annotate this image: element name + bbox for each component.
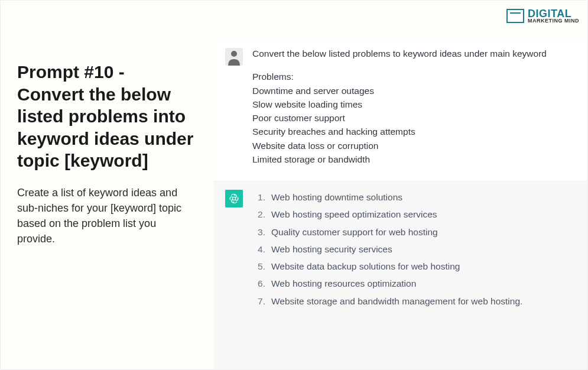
page: DIGITAL MARKETING MIND Prompt #10 - Conv…: [0, 0, 588, 370]
list-item: Poor customer support: [252, 111, 573, 125]
chat-message-user: Convert the below listed problems to key…: [213, 38, 587, 180]
list-item: Web hosting security services: [255, 241, 573, 258]
user-avatar-icon: [225, 48, 243, 66]
list-item: Slow website loading times: [252, 98, 573, 111]
list-item: Web hosting speed optimization services: [255, 206, 573, 223]
keyword-text: Website data backup solutions for web ho…: [271, 259, 460, 273]
keyword-text: Web hosting security services: [271, 242, 392, 256]
svg-point-1: [231, 51, 237, 57]
list-item: Quality customer support for web hosting: [255, 223, 573, 241]
list-item: Web hosting resources optimization: [255, 275, 573, 292]
list-item: Website data loss or corruption: [252, 139, 573, 152]
keyword-list: Web hosting downtime solutions Web hosti…: [252, 189, 573, 310]
user-message-body: Convert the below listed problems to key…: [252, 47, 573, 166]
list-item: Downtime and server outages: [252, 84, 573, 98]
problems-label: Problems:: [252, 70, 573, 83]
brand-logo-text: DIGITAL MARKETING MIND: [528, 9, 579, 23]
brand-logo-line2: MARKETING MIND: [528, 18, 579, 23]
chat-panel: Convert the below listed problems to key…: [213, 38, 587, 369]
keyword-text: Web hosting speed optimization services: [271, 207, 437, 221]
chat-message-bot: Web hosting downtime solutions Web hosti…: [213, 180, 587, 369]
list-item: Web hosting downtime solutions: [255, 189, 573, 206]
brand-logo: DIGITAL MARKETING MIND: [506, 9, 579, 23]
svg-point-2: [232, 197, 235, 200]
prompt-description: Create a list of keyword ideas and sub-n…: [17, 185, 194, 246]
keyword-text: Web hosting resources optimization: [271, 277, 416, 290]
problems-list: Downtime and server outages Slow website…: [252, 84, 573, 167]
keyword-text: Quality customer support for web hosting: [271, 225, 438, 239]
list-item: Website storage and bandwidth management…: [255, 293, 573, 310]
list-item: Website data backup solutions for web ho…: [255, 258, 573, 275]
brand-logo-mark-icon: [506, 9, 524, 23]
keyword-text: Web hosting downtime solutions: [271, 190, 402, 204]
prompt-title: Prompt #10 - Convert the below listed pr…: [17, 61, 194, 172]
list-item: Security breaches and hacking attempts: [252, 125, 573, 138]
bot-avatar-icon: [225, 190, 243, 207]
list-item: Limited storage or bandwidth: [252, 152, 573, 166]
user-prompt-intro: Convert the below listed problems to key…: [252, 47, 573, 60]
left-panel: Prompt #10 - Convert the below listed pr…: [17, 61, 194, 246]
brand-logo-line1: DIGITAL: [528, 9, 579, 18]
keyword-text: Website storage and bandwidth management…: [271, 294, 522, 308]
bot-message-body: Web hosting downtime solutions Web hosti…: [252, 189, 573, 361]
